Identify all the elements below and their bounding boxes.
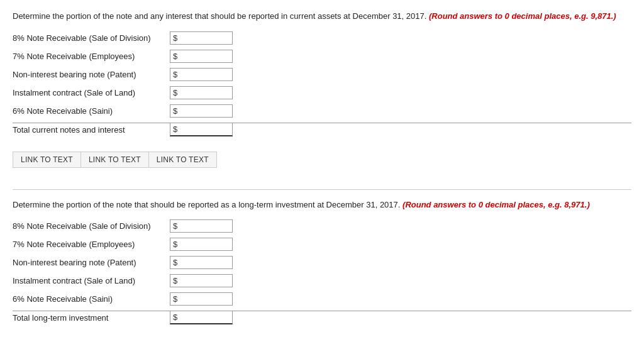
section1-input-4[interactable]: [180, 105, 230, 117]
section2-input-4[interactable]: [180, 293, 230, 305]
s2-dollar-sign-0: $: [170, 220, 180, 232]
section2-row-1: 7% Note Receivable (Employees) $: [13, 238, 631, 251]
section2-input-wrapper-1: $: [170, 238, 233, 251]
section1-input-wrapper-2: $: [170, 68, 233, 81]
section2-input-1[interactable]: [180, 238, 230, 250]
section1-instruction: Determine the portion of the note and an…: [13, 10, 631, 23]
section1-label-3: Instalment contract (Sale of Land): [13, 88, 170, 97]
section2-label-4: 6% Note Receivable (Saini): [13, 294, 170, 304]
section1-total-input[interactable]: [180, 123, 230, 135]
section1-total-wrapper: $: [170, 123, 233, 136]
section1-total-row: Total current notes and interest $: [13, 123, 631, 136]
section1-input-3[interactable]: [180, 87, 230, 99]
section2-label-0: 8% Note Receivable (Sale of Division): [13, 221, 170, 231]
s2-dollar-sign-2: $: [170, 257, 180, 268]
section2-input-2[interactable]: [180, 257, 230, 268]
section2-instruction-prefix: Determine the portion of the note that s…: [13, 200, 400, 209]
section2-input-wrapper-2: $: [170, 256, 233, 269]
section1-label-4: 6% Note Receivable (Saini): [13, 106, 170, 116]
section1-input-wrapper-3: $: [170, 86, 233, 99]
s2-dollar-sign-4: $: [170, 293, 180, 305]
section2-input-wrapper-4: $: [170, 292, 233, 306]
section1-input-wrapper-4: $: [170, 104, 233, 118]
section1-input-wrapper-0: $: [170, 31, 233, 45]
section1-label-2: Non-interest bearing note (Patent): [13, 70, 170, 79]
section2-row-2: Non-interest bearing note (Patent) $: [13, 256, 631, 269]
s2-dollar-sign-total: $: [170, 311, 180, 323]
dollar-sign-total1: $: [170, 123, 180, 135]
section2-row-0: 8% Note Receivable (Sale of Division) $: [13, 219, 631, 233]
section1-row-4: 6% Note Receivable (Saini) $: [13, 104, 631, 118]
dollar-sign-4: $: [170, 105, 180, 117]
section-divider: [13, 189, 631, 190]
dollar-sign-0: $: [170, 32, 180, 44]
section1-label-0: 8% Note Receivable (Sale of Division): [13, 33, 170, 43]
section2-label-1: 7% Note Receivable (Employees): [13, 240, 170, 249]
link-button-1[interactable]: LINK TO TEXT: [81, 152, 149, 167]
section1-instruction-highlight: (Round answers to 0 decimal places, e.g.…: [429, 11, 616, 21]
section2-total-label: Total long-term investment: [13, 313, 170, 323]
section2-label-2: Non-interest bearing note (Patent): [13, 258, 170, 267]
section2-row-3: Instalment contract (Sale of Land) $: [13, 274, 631, 287]
link-button-row: LINK TO TEXT LINK TO TEXT LINK TO TEXT: [13, 152, 217, 168]
s2-dollar-sign-1: $: [170, 238, 180, 250]
section2-instruction: Determine the portion of the note that s…: [13, 199, 631, 211]
link-button-2[interactable]: LINK TO TEXT: [149, 152, 216, 167]
section1-row-1: 7% Note Receivable (Employees) $: [13, 50, 631, 63]
section1-label-1: 7% Note Receivable (Employees): [13, 52, 170, 61]
section2-input-wrapper-3: $: [170, 274, 233, 287]
section1-input-2[interactable]: [180, 69, 230, 80]
section2-total-row: Total long-term investment $: [13, 311, 631, 324]
section1-row-3: Instalment contract (Sale of Land) $: [13, 86, 631, 99]
section1-row-2: Non-interest bearing note (Patent) $: [13, 68, 631, 81]
section1-input-1[interactable]: [180, 50, 230, 62]
section1-instruction-prefix: Determine the portion of the note and an…: [13, 11, 426, 21]
section2-instruction-highlight: (Round answers to 0 decimal places, e.g.…: [402, 200, 590, 209]
s2-dollar-sign-3: $: [170, 275, 180, 287]
section1-total-label: Total current notes and interest: [13, 125, 170, 135]
section2: Determine the portion of the note that s…: [13, 199, 631, 325]
section2-row-4: 6% Note Receivable (Saini) $: [13, 292, 631, 306]
section1-input-0[interactable]: [180, 32, 230, 44]
dollar-sign-1: $: [170, 50, 180, 62]
section1-row-0: 8% Note Receivable (Sale of Division) $: [13, 31, 631, 45]
section2-label-3: Instalment contract (Sale of Land): [13, 276, 170, 285]
dollar-sign-2: $: [170, 69, 180, 80]
section2-input-0[interactable]: [180, 220, 230, 232]
section1-input-wrapper-1: $: [170, 50, 233, 63]
section2-total-wrapper: $: [170, 311, 233, 324]
section2-input-wrapper-0: $: [170, 219, 233, 233]
section2-total-input[interactable]: [180, 311, 230, 323]
dollar-sign-3: $: [170, 87, 180, 99]
section1: Determine the portion of the note and an…: [13, 10, 631, 136]
link-button-0[interactable]: LINK TO TEXT: [13, 152, 81, 167]
section2-input-3[interactable]: [180, 275, 230, 287]
